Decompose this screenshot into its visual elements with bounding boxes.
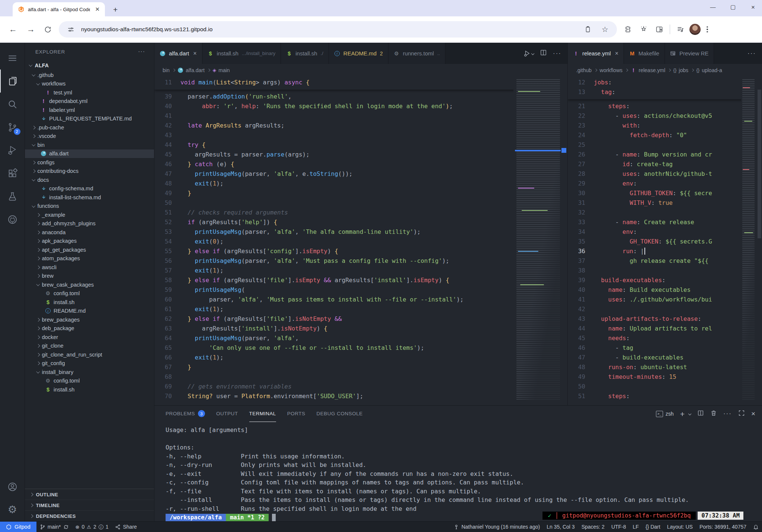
tree-item-config.toml[interactable]: ⚙config.toml — [25, 377, 154, 386]
source-control-icon[interactable]: 2 — [0, 116, 25, 139]
section-dependencies[interactable]: DEPENDENCIES — [25, 510, 154, 521]
editor-tab-Preview RE[interactable]: Preview RE — [665, 43, 714, 64]
editor-tab-Makefile[interactable]: MMakefile — [624, 43, 665, 64]
menu-icon[interactable] — [0, 46, 25, 70]
shell-selector[interactable]: >_zsh — [656, 411, 674, 417]
breadcrumb-item-main[interactable]: ◈main — [212, 67, 230, 73]
browser-tab[interactable]: alfa.dart - alfa - Gitpod Code ✕ — [13, 2, 105, 16]
tree-item-.vscode[interactable]: .vscode — [25, 132, 154, 141]
forward-button[interactable]: → — [23, 25, 39, 34]
code-editor-release-yml[interactable]: 12jobs:13 tag: 21 steps:22 - uses: actio… — [568, 76, 762, 405]
close-panel-icon[interactable]: × — [751, 410, 755, 418]
terminal[interactable]: Usage: alfa [arguments] Options:-h, --he… — [154, 422, 762, 522]
tree-item-test.yml[interactable]: !test.yml — [25, 88, 154, 97]
tree-item-add_ohmyzsh_plugins[interactable]: add_ohmyzsh_plugins — [25, 219, 154, 228]
back-button[interactable]: ← — [5, 25, 21, 34]
split-terminal-icon[interactable] — [697, 410, 704, 418]
tree-item-atom_packages[interactable]: atom_packages — [25, 254, 154, 263]
tree-item-install_binary[interactable]: install_binary — [25, 368, 154, 377]
tree-item-apt_get_packages[interactable]: apt_get_packages — [25, 245, 154, 254]
minimap-slider[interactable] — [515, 150, 561, 151]
minimap[interactable] — [513, 76, 567, 405]
extensions-puzzle-icon[interactable] — [621, 23, 635, 36]
editor-tab-README.md[interactable]: iREADME.md2 — [329, 43, 388, 64]
tree-item-README.md[interactable]: iREADME.md — [25, 307, 154, 316]
more-actions-icon[interactable]: ··· — [553, 50, 561, 57]
tree-item-_example[interactable]: _example — [25, 210, 154, 219]
profile-avatar[interactable] — [689, 24, 701, 35]
url-bar[interactable]: nyoungstudios-alfa-rtwnc56f2bq.ws-us121.… — [59, 21, 617, 38]
close-tab-icon[interactable]: × — [193, 50, 196, 57]
scrollbar[interactable] — [757, 76, 762, 405]
explorer-icon[interactable] — [0, 70, 25, 93]
tree-item-brew_cask_packages[interactable]: brew_cask_packages — [25, 280, 154, 289]
tree-item-docs[interactable]: docs — [25, 175, 154, 184]
tree-item-git_clone_and_run_script[interactable]: git_clone_and_run_script — [25, 350, 154, 359]
url-text[interactable]: nyoungstudios-alfa-rtwnc56f2bq.ws-us121.… — [81, 26, 577, 33]
tree-item-labeler.yml[interactable]: !labeler.yml — [25, 106, 154, 115]
editor-tab-alfa.dart[interactable]: alfa.dart× — [154, 43, 202, 64]
reload-button[interactable] — [41, 23, 54, 36]
tree-item-deb_package[interactable]: deb_package — [25, 324, 154, 333]
github-icon[interactable] — [0, 208, 25, 231]
remote-indicator[interactable]: Gitpod — [0, 522, 36, 532]
breadcrumb-item-alfa.dart[interactable]: alfa.dart — [177, 67, 205, 73]
window-maximize-button[interactable]: ▢ — [730, 4, 736, 11]
extensions-icon[interactable] — [0, 162, 25, 185]
tree-item-awscli[interactable]: awscli — [25, 263, 154, 272]
new-terminal-icon[interactable]: + — [680, 410, 685, 418]
git-blame[interactable]: Nathaniel Young (16 minutes ago) — [450, 524, 543, 530]
chevron-down-icon[interactable] — [688, 412, 691, 415]
branch-status[interactable]: main* — [36, 522, 72, 532]
media-playlist-icon[interactable] — [674, 23, 687, 36]
window-close-button[interactable]: × — [750, 4, 756, 11]
eol[interactable]: LF — [630, 524, 642, 530]
section-timeline[interactable]: TIMELINE — [25, 500, 154, 510]
ports[interactable]: Ports: 36991, 40757 — [696, 524, 750, 530]
code-editor-alfa-dart[interactable]: 11void main(List<String> args) async { 3… — [154, 76, 567, 405]
editor-tab-install.sh[interactable]: $install.sh.../install_binary — [202, 43, 281, 64]
breadcrumb-item-workflows[interactable]: workflows — [600, 67, 622, 73]
editor-tab-runners.toml[interactable]: ⚙runners.toml.. — [388, 43, 446, 64]
reading-list-star-icon[interactable] — [637, 23, 650, 36]
tree-item-brew[interactable]: brew — [25, 272, 154, 281]
minimap-right[interactable] — [741, 76, 757, 405]
more-actions-icon[interactable]: ··· — [747, 50, 756, 57]
tree-item-install.sh[interactable]: $install.sh — [25, 385, 154, 394]
more-actions-icon[interactable]: ··· — [723, 410, 732, 417]
indentation[interactable]: Spaces: 2 — [578, 524, 608, 530]
tree-item-.pub-cache[interactable]: .pub-cache — [25, 123, 154, 132]
keyboard-layout[interactable]: Layout: US — [664, 524, 696, 530]
tree-item-.github[interactable]: .github — [25, 71, 154, 80]
run-or-debug-icon[interactable] — [524, 50, 534, 57]
tree-item-install.sh[interactable]: $install.sh — [25, 298, 154, 307]
encoding[interactable]: UTF-8 — [608, 524, 630, 530]
breadcrumb[interactable]: binalfa.dart◈main — [154, 64, 567, 76]
kill-terminal-icon[interactable] — [710, 410, 717, 418]
split-editor-icon[interactable] — [540, 49, 547, 58]
breadcrumb-item-release.yml[interactable]: !release.yml — [631, 67, 666, 73]
tree-item-apk_packages[interactable]: apk_packages — [25, 237, 154, 246]
tree-item-PULL_REQUEST_TEMPLATE.md[interactable]: PULL_REQUEST_TEMPLATE.md — [25, 115, 154, 123]
tree-item-anaconda[interactable]: anaconda — [25, 228, 154, 237]
maximize-panel-icon[interactable] — [738, 410, 745, 418]
account-icon[interactable] — [0, 475, 25, 498]
tree-item-dependabot.yml[interactable]: !dependabot.yml — [25, 97, 154, 106]
tree-item-bin[interactable]: bin — [25, 141, 154, 149]
cursor-position[interactable]: Ln 35, Col 3 — [543, 524, 578, 530]
window-minimize-button[interactable]: — — [710, 4, 716, 11]
panel-tab-output[interactable]: OUTPUT — [216, 406, 238, 422]
tree-item-workflows[interactable]: workflows — [25, 80, 154, 88]
site-settings-icon[interactable] — [64, 23, 77, 36]
tree-item-functions[interactable]: functions — [25, 202, 154, 211]
side-panel-search-icon[interactable] — [653, 23, 666, 36]
breadcrumb-item-upload-a[interactable]: {}upload-a — [696, 67, 722, 73]
panel-tab-terminal[interactable]: TERMINAL — [249, 406, 276, 422]
run-and-debug-icon[interactable] — [0, 139, 25, 162]
panel-tab-debug-console[interactable]: DEBUG CONSOLE — [317, 406, 363, 422]
tree-item-brew_packages[interactable]: brew_packages — [25, 315, 154, 324]
new-tab-button[interactable]: + — [110, 5, 121, 14]
tree-item-configs[interactable]: configs — [25, 158, 154, 167]
clipboard-icon[interactable] — [581, 23, 595, 36]
editor-tab-install.sh[interactable]: $install.sh./ — [281, 43, 329, 64]
